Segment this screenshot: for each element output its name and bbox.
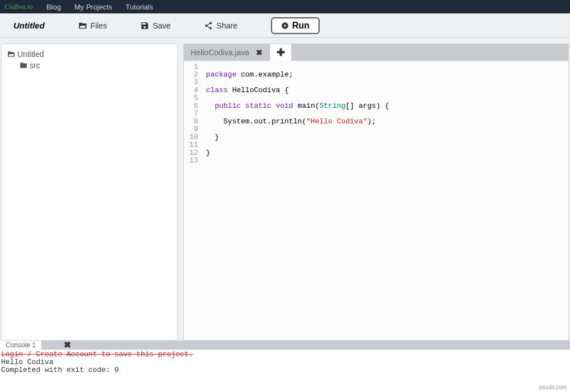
folder-open-icon [78,21,87,30]
tab-bar: HelloCodiva.java ✖ ✚ [184,44,568,61]
files-label: Files [91,21,107,30]
close-icon[interactable]: ✖ [256,48,263,57]
nav-tutorials[interactable]: Tutorials [126,3,153,11]
toolbar: Untitled Files Save Share Run [0,13,570,38]
workspace: Untitled src HelloCodiva.java ✖ ✚ 123456… [0,38,570,341]
brand-logo[interactable]: Codiva.io [4,2,33,11]
share-icon [204,21,213,30]
console-login-hint[interactable]: Login / Create Account to save this proj… [1,351,569,358]
project-title[interactable]: Untitled [13,21,45,30]
nav-my-projects[interactable]: My Projects [74,3,112,11]
save-icon [140,21,149,30]
new-tab-button[interactable]: ✚ [270,44,291,61]
plus-icon: ✚ [277,46,285,59]
code-content[interactable]: package com.example; class HelloCodiva {… [202,61,394,340]
folder-icon [20,61,27,69]
close-icon[interactable]: ✖ [64,340,71,350]
folder-icon [7,50,15,58]
code-editor[interactable]: 12345678910111213 package com.example; c… [184,61,568,340]
tab-label: HelloCodiva.java [191,48,249,57]
run-label: Run [292,21,310,31]
file-tree: Untitled src [1,44,178,341]
tab-hello-codiva[interactable]: HelloCodiva.java ✖ [184,44,270,61]
console-exit: Completed with exit code: 0 [1,366,569,374]
console-panel: Console 1 ✖ Login / Create Account to sa… [0,341,570,386]
tree-root[interactable]: Untitled [2,49,177,60]
play-icon [281,22,289,30]
run-button[interactable]: Run [271,17,320,34]
console-stdout: Hello Codiva [1,358,569,366]
top-navigation: Codiva.io Blog My Projects Tutorials [0,0,570,13]
console-tab-1[interactable]: Console 1 [0,341,42,350]
watermark: wsxdn.com [539,384,567,390]
line-gutter: 12345678910111213 [184,61,202,340]
editor-pane: HelloCodiva.java ✖ ✚ 12345678910111213 p… [183,44,569,341]
save-label: Save [153,21,170,30]
tree-root-label: Untitled [17,50,44,59]
save-button[interactable]: Save [140,21,170,30]
nav-blog[interactable]: Blog [46,3,61,11]
tree-src-label: src [30,61,40,70]
tree-src[interactable]: src [2,60,177,71]
console-tabbar: Console 1 ✖ [0,341,570,350]
share-label: Share [216,21,237,30]
console-output: Login / Create Account to save this proj… [0,350,570,375]
share-button[interactable]: Share [204,21,237,30]
files-button[interactable]: Files [78,21,107,30]
